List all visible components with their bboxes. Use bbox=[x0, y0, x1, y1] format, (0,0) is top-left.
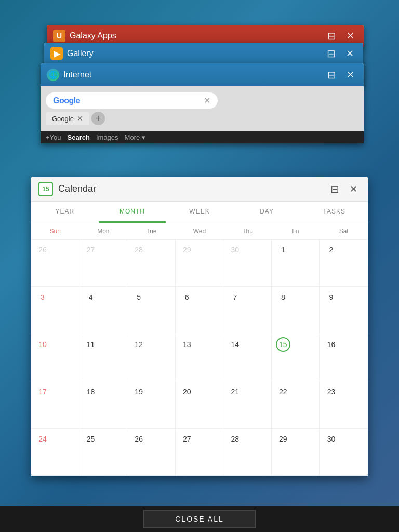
tab-label: Google bbox=[52, 115, 74, 123]
cal-cell-8[interactable]: 8 bbox=[272, 287, 320, 334]
internet-close-button[interactable]: ✕ bbox=[343, 68, 357, 82]
calendar-minimize-button[interactable]: ⊟ bbox=[327, 182, 342, 196]
header-sat: Sat bbox=[320, 223, 368, 239]
internet-globe-icon: 🌐 bbox=[47, 69, 59, 81]
calendar-week-3: 10 11 12 13 14 15 16 bbox=[31, 334, 368, 381]
cal-cell-29[interactable]: 29 bbox=[272, 429, 320, 475]
gallery-minimize-button[interactable]: ⊟ bbox=[324, 46, 338, 61]
cal-cell-27prev[interactable]: 27 bbox=[79, 240, 128, 286]
cal-cell-24[interactable]: 24 bbox=[31, 429, 79, 475]
nav-search[interactable]: Search bbox=[68, 134, 90, 141]
calendar-controls: ⊟ ✕ bbox=[327, 182, 361, 196]
calendar-icon: 15 bbox=[38, 182, 53, 196]
calendar-week-5: 24 25 26 27 28 29 30 bbox=[31, 429, 368, 476]
tab-day[interactable]: DAY bbox=[233, 202, 301, 223]
cal-cell-18[interactable]: 18 bbox=[79, 381, 128, 428]
tab-year[interactable]: YEAR bbox=[31, 202, 99, 223]
internet-title: Internet bbox=[63, 70, 324, 79]
internet-minimize-button[interactable]: ⊟ bbox=[324, 68, 339, 82]
nav-images[interactable]: Images bbox=[96, 134, 118, 141]
browser-tab-google[interactable]: Google ✕ bbox=[46, 112, 89, 125]
cal-cell-25[interactable]: 25 bbox=[79, 429, 128, 475]
cal-cell-30prev[interactable]: 30 bbox=[223, 240, 272, 286]
galaxy-title: Galaxy Apps bbox=[70, 31, 324, 41]
window-internet: 🌐 Internet ⊟ ✕ Google ✕ Google bbox=[41, 63, 364, 143]
cal-cell-7[interactable]: 7 bbox=[223, 287, 272, 334]
header-tue: Tue bbox=[127, 223, 176, 239]
calendar-day-headers: Sun Mon Tue Wed Thu Fri Sat bbox=[31, 223, 368, 240]
calendar-week-2: 3 4 5 6 7 8 9 bbox=[31, 287, 368, 334]
clear-search-icon[interactable]: ✕ bbox=[204, 96, 210, 105]
gallery-close-button[interactable]: ✕ bbox=[342, 46, 357, 61]
cal-cell-28prev[interactable]: 28 bbox=[127, 240, 176, 286]
tab-tasks[interactable]: TASKS bbox=[300, 202, 368, 223]
cal-cell-28[interactable]: 28 bbox=[223, 429, 272, 475]
cal-cell-11[interactable]: 11 bbox=[79, 334, 128, 381]
galaxy-close-button[interactable]: ✕ bbox=[343, 29, 357, 43]
header-mon: Mon bbox=[79, 223, 128, 239]
calendar-tabs: YEAR MONTH WEEK DAY TASKS bbox=[31, 202, 368, 223]
gallery-title-bar: ▶ Gallery ⊟ ✕ bbox=[44, 43, 363, 64]
cal-cell-4[interactable]: 4 bbox=[79, 287, 128, 334]
galaxy-controls: ⊟ ✕ bbox=[324, 29, 357, 43]
tab-week[interactable]: WEEK bbox=[166, 202, 233, 223]
calendar-close-button[interactable]: ✕ bbox=[346, 182, 361, 196]
close-all-bar: CLOSE ALL bbox=[0, 506, 399, 532]
browser-tab-bar: Google ✕ + bbox=[46, 112, 358, 125]
header-sun: Sun bbox=[31, 223, 79, 239]
cal-cell-19[interactable]: 19 bbox=[127, 381, 176, 428]
cal-cell-20[interactable]: 20 bbox=[176, 381, 224, 428]
cal-cell-26prev[interactable]: 26 bbox=[31, 240, 79, 286]
cal-cell-26[interactable]: 26 bbox=[127, 429, 176, 475]
google-nav: +You Search Images More ▾ bbox=[41, 131, 364, 143]
header-fri: Fri bbox=[272, 223, 320, 239]
window-calendar: 15 Calendar ⊟ ✕ YEAR MONTH WEEK DAY TASK… bbox=[31, 177, 368, 476]
calendar-week-4: 17 18 19 20 21 22 23 bbox=[31, 381, 368, 429]
cal-cell-16[interactable]: 16 bbox=[320, 334, 368, 381]
cal-cell-14[interactable]: 14 bbox=[223, 334, 272, 381]
gallery-controls: ⊟ ✕ bbox=[324, 46, 357, 61]
browser-content: Google ✕ Google ✕ + bbox=[41, 86, 364, 131]
cal-cell-13[interactable]: 13 bbox=[176, 334, 224, 381]
cal-cell-29prev[interactable]: 29 bbox=[176, 240, 224, 286]
tab-month[interactable]: MONTH bbox=[99, 202, 166, 223]
calendar-title: Calendar bbox=[58, 183, 327, 194]
cal-cell-30[interactable]: 30 bbox=[320, 429, 368, 475]
gallery-title: Gallery bbox=[67, 49, 324, 58]
tab-close-icon[interactable]: ✕ bbox=[77, 114, 83, 123]
internet-controls: ⊟ ✕ bbox=[324, 68, 357, 82]
cal-cell-10[interactable]: 10 bbox=[31, 334, 79, 381]
cal-cell-6[interactable]: 6 bbox=[176, 287, 224, 334]
cal-cell-15[interactable]: 15 bbox=[272, 334, 320, 381]
nav-you[interactable]: +You bbox=[46, 134, 61, 141]
cal-cell-17[interactable]: 17 bbox=[31, 381, 79, 428]
calendar-title-bar: 15 Calendar ⊟ ✕ bbox=[31, 177, 368, 202]
cal-cell-1[interactable]: 1 bbox=[272, 240, 320, 286]
cal-cell-22[interactable]: 22 bbox=[272, 381, 320, 428]
cal-cell-5[interactable]: 5 bbox=[127, 287, 176, 334]
internet-title-bar: 🌐 Internet ⊟ ✕ bbox=[41, 63, 364, 86]
cal-cell-3[interactable]: 3 bbox=[31, 287, 79, 334]
nav-more[interactable]: More ▾ bbox=[125, 134, 145, 141]
galaxy-icon: U bbox=[53, 30, 65, 42]
gallery-icon: ▶ bbox=[50, 47, 63, 60]
cal-cell-21[interactable]: 21 bbox=[223, 381, 272, 428]
cal-cell-12[interactable]: 12 bbox=[127, 334, 176, 381]
cal-cell-27[interactable]: 27 bbox=[176, 429, 224, 475]
cal-cell-23[interactable]: 23 bbox=[320, 381, 368, 428]
header-thu: Thu bbox=[223, 223, 272, 239]
header-wed: Wed bbox=[176, 223, 224, 239]
cal-cell-9[interactable]: 9 bbox=[320, 287, 368, 334]
task-switcher: U Galaxy Apps ⊟ ✕ ▶ Gallery ⊟ ✕ bbox=[0, 0, 399, 532]
galaxy-minimize-button[interactable]: ⊟ bbox=[324, 29, 339, 43]
calendar-week-1: 26 27 28 29 30 1 2 bbox=[31, 240, 368, 287]
close-all-button[interactable]: CLOSE ALL bbox=[143, 510, 256, 528]
cal-cell-2[interactable]: 2 bbox=[320, 240, 368, 286]
new-tab-button[interactable]: + bbox=[91, 112, 105, 125]
